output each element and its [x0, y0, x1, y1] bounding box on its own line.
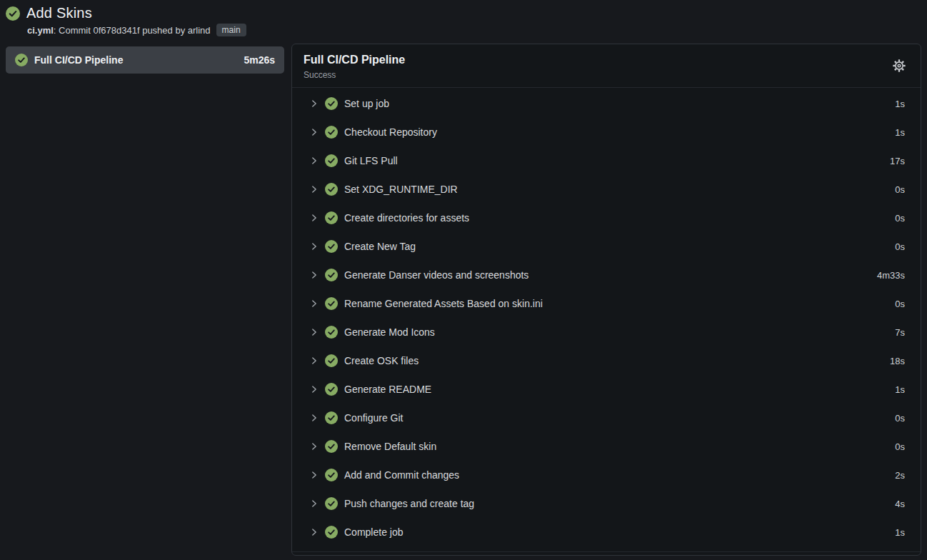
- step-label: Rename Generated Assets Based on skin.in…: [344, 298, 543, 309]
- step-duration: 1s: [895, 384, 905, 395]
- step-row[interactable]: Configure Git 0s: [292, 404, 921, 432]
- step-row[interactable]: Set XDG_RUNTIME_DIR 0s: [292, 175, 921, 204]
- commit-summary: ci.yml: Commit 0f678d341f pushed by arli…: [27, 25, 211, 36]
- run-title: Add Skins: [26, 5, 92, 21]
- jobs-sidebar: Full CI/CD Pipeline 5m26s: [6, 44, 284, 74]
- chevron-right-icon: [309, 527, 319, 537]
- run-header: Add Skins ci.yml: Commit 0f678d341f push…: [0, 0, 927, 36]
- step-success-icon: [325, 97, 338, 110]
- chevron-right-icon: [309, 413, 319, 423]
- sidebar-job-item[interactable]: Full CI/CD Pipeline 5m26s: [6, 46, 284, 74]
- chevron-right-icon: [309, 441, 319, 451]
- chevron-right-icon: [309, 499, 319, 509]
- branch-badge[interactable]: main: [216, 24, 246, 36]
- step-success-icon: [325, 269, 338, 281]
- step-row[interactable]: Create New Tag 0s: [292, 232, 921, 261]
- panel-job-title: Full CI/CD Pipeline: [304, 53, 405, 67]
- step-duration: 0s: [895, 184, 905, 195]
- step-row[interactable]: Complete job 1s: [292, 518, 921, 546]
- chevron-right-icon: [309, 99, 319, 109]
- step-row[interactable]: Checkout Repository 1s: [292, 118, 921, 146]
- step-label: Add and Commit changes: [344, 469, 459, 481]
- step-label: Configure Git: [344, 412, 403, 424]
- step-success-icon: [325, 240, 338, 253]
- step-label: Generate Danser videos and screenshots: [344, 269, 528, 281]
- step-label: Complete job: [344, 526, 404, 538]
- step-row[interactable]: Add and Commit changes 2s: [292, 461, 921, 489]
- step-row[interactable]: Remove Default skin 0s: [292, 432, 921, 461]
- step-label: Create OSK files: [344, 355, 419, 366]
- step-label: Checkout Repository: [344, 126, 437, 138]
- step-success-icon: [325, 440, 338, 453]
- step-duration: 4s: [895, 499, 905, 509]
- chevron-right-icon: [309, 213, 319, 223]
- job-success-icon: [15, 54, 28, 66]
- step-success-icon: [325, 211, 338, 224]
- chevron-right-icon: [309, 241, 319, 251]
- step-duration: 0s: [895, 413, 905, 424]
- job-detail-panel: Full CI/CD Pipeline Success: [291, 44, 921, 556]
- chevron-right-icon: [309, 299, 319, 309]
- step-success-icon: [325, 297, 338, 310]
- step-duration: 18s: [890, 356, 905, 366]
- step-label: Generate README: [344, 384, 431, 395]
- step-label: Push changes and create tag: [344, 498, 474, 509]
- step-row[interactable]: Generate Danser videos and screenshots 4…: [292, 261, 921, 289]
- job-duration: 5m26s: [244, 54, 275, 66]
- step-success-icon: [325, 526, 338, 539]
- step-row[interactable]: Git LFS Pull 17s: [292, 146, 921, 175]
- step-row[interactable]: Generate Mod Icons 7s: [292, 318, 921, 346]
- step-row[interactable]: Generate README 1s: [292, 375, 921, 404]
- step-success-icon: [325, 383, 338, 396]
- step-success-icon: [325, 411, 338, 424]
- step-duration: 0s: [895, 441, 905, 452]
- step-duration: 2s: [895, 470, 905, 481]
- chevron-right-icon: [309, 470, 319, 480]
- chevron-right-icon: [309, 327, 319, 337]
- step-duration: 17s: [890, 156, 905, 166]
- step-label: Create New Tag: [344, 241, 416, 252]
- step-success-icon: [325, 469, 338, 481]
- steps-list: Set up job 1s Checkout Repository 1s Git…: [292, 88, 921, 551]
- settings-button[interactable]: [889, 56, 909, 78]
- chevron-right-icon: [309, 184, 319, 194]
- step-label: Remove Default skin: [344, 441, 436, 452]
- gear-icon: [892, 59, 906, 75]
- step-row[interactable]: Rename Generated Assets Based on skin.in…: [292, 289, 921, 318]
- job-name: Full CI/CD Pipeline: [34, 54, 123, 66]
- step-success-icon: [325, 354, 338, 367]
- step-label: Generate Mod Icons: [344, 326, 435, 338]
- step-row[interactable]: Set up job 1s: [292, 89, 921, 118]
- chevron-right-icon: [309, 270, 319, 280]
- step-label: Create directories for assets: [344, 212, 469, 224]
- step-duration: 1s: [895, 527, 905, 538]
- step-success-icon: [325, 126, 338, 139]
- step-duration: 1s: [895, 99, 905, 109]
- panel-status-text: Success: [304, 70, 405, 80]
- chevron-right-icon: [309, 356, 319, 366]
- chevron-right-icon: [309, 127, 319, 137]
- chevron-right-icon: [309, 384, 319, 394]
- step-duration: 7s: [895, 327, 905, 338]
- step-row[interactable]: Create OSK files 18s: [292, 346, 921, 375]
- panel-header: Full CI/CD Pipeline Success: [292, 44, 921, 88]
- run-subtitle: ci.yml: Commit 0f678d341f pushed by arli…: [27, 24, 916, 36]
- step-label: Set XDG_RUNTIME_DIR: [344, 184, 458, 195]
- step-label: Git LFS Pull: [344, 155, 398, 166]
- step-duration: 1s: [895, 127, 905, 138]
- step-success-icon: [325, 497, 338, 510]
- panel-footer: [292, 551, 921, 555]
- step-label: Set up job: [344, 98, 389, 109]
- step-duration: 0s: [895, 299, 905, 309]
- step-success-icon: [325, 154, 338, 167]
- step-duration: 0s: [895, 213, 905, 224]
- step-success-icon: [325, 183, 338, 196]
- commit-text: : Commit 0f678d341f pushed by arlind: [54, 25, 211, 36]
- step-duration: 4m33s: [877, 270, 905, 281]
- step-row[interactable]: Create directories for assets 0s: [292, 204, 921, 232]
- step-duration: 0s: [895, 241, 905, 252]
- step-row[interactable]: Push changes and create tag 4s: [292, 489, 921, 518]
- workflow-file-name: ci.yml: [27, 25, 54, 36]
- chevron-right-icon: [309, 156, 319, 166]
- step-success-icon: [325, 326, 338, 339]
